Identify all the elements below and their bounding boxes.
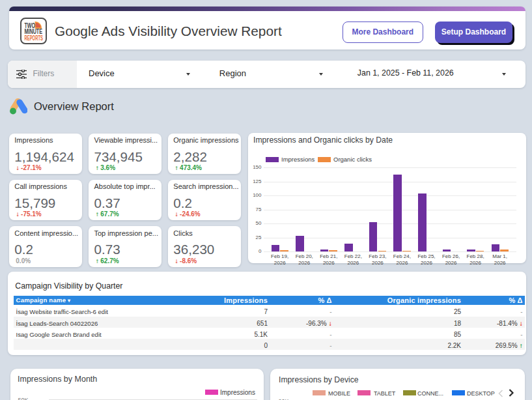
svg-text:REPORTS: REPORTS: [25, 34, 44, 42]
